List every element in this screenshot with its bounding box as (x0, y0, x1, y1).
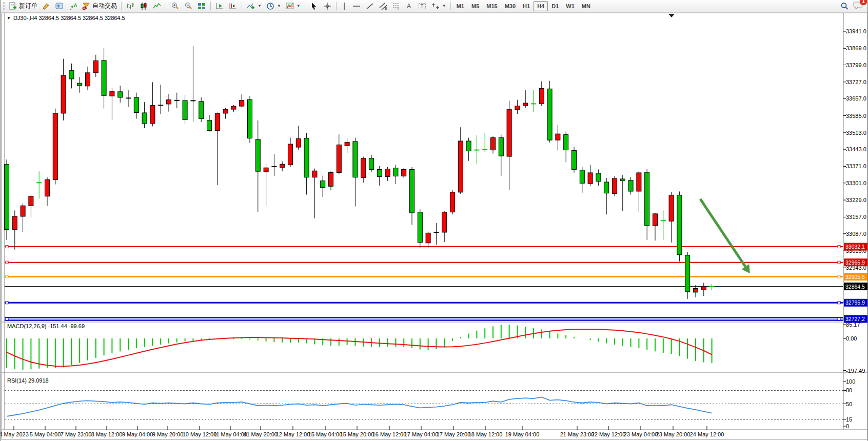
price-tick-label: 33371.0 (846, 163, 866, 169)
candle-body (142, 113, 147, 124)
candle-body (458, 141, 463, 192)
candle-body (93, 61, 98, 73)
auto-trading-label: 自动交易 (92, 2, 117, 10)
line-handle[interactable] (838, 302, 840, 304)
search-icon[interactable] (840, 2, 849, 11)
notifications-button[interactable]: 1 (853, 1, 863, 12)
signals-button[interactable] (66, 1, 80, 11)
time-axis-label: 21 May 23:00 (560, 431, 595, 437)
template-icon (285, 2, 294, 11)
candle-body (677, 195, 682, 254)
line-handle[interactable] (838, 261, 840, 264)
candle-body (77, 83, 82, 86)
chart-shift-button[interactable] (226, 1, 240, 11)
line-handle[interactable] (6, 275, 8, 278)
trendline-tool-button[interactable] (363, 1, 377, 11)
timeframe-m5-button[interactable]: M5 (468, 1, 483, 11)
candle-body (296, 138, 301, 147)
candle-body (215, 113, 220, 131)
timeframe-m30-button[interactable]: M30 (501, 1, 519, 11)
price-tick-label: 33443.0 (846, 146, 866, 152)
new-order-button[interactable]: 新订单 (6, 1, 40, 11)
candle-body (280, 164, 285, 167)
vertical-line-tool-button[interactable] (339, 1, 350, 11)
candle-body (61, 75, 66, 113)
svg-text:E: E (385, 7, 387, 10)
line-handle[interactable] (6, 261, 8, 264)
timeframe-m1-button[interactable]: M1 (453, 1, 468, 11)
svg-text:T: T (420, 3, 423, 9)
candle-body (450, 192, 455, 212)
chart-area[interactable]: 33941.033869.033799.033727.033657.033585… (1, 12, 868, 441)
bar-chart-mode-button[interactable] (124, 1, 137, 11)
line-handle[interactable] (6, 318, 8, 320)
arrows-tool-button[interactable]: ▼ (429, 1, 448, 11)
time-axis-label: 10 May 12:00 (183, 431, 217, 437)
line-handle[interactable] (838, 318, 840, 320)
line-handle[interactable] (838, 275, 840, 278)
time-axis-label: 8 May 12:00 (91, 431, 123, 437)
price-tick-label: 33301.0 (846, 180, 866, 186)
candle-body (637, 173, 641, 191)
templates-button[interactable]: ▼ (283, 1, 303, 11)
line-chart-mode-button[interactable] (150, 1, 164, 11)
zoom-out-button[interactable] (182, 1, 195, 11)
channel-tool-button[interactable]: E (377, 1, 390, 11)
toolbar-separator (242, 2, 242, 10)
auto-scroll-button[interactable] (213, 1, 226, 11)
candle-body (466, 141, 471, 151)
candle-body (248, 99, 252, 138)
rsi-axis-label: 0 (846, 423, 849, 429)
zoom-in-button[interactable] (168, 1, 182, 11)
line-handle[interactable] (6, 302, 8, 304)
candle-body (604, 182, 609, 193)
periods-button[interactable]: ▼ (264, 1, 283, 11)
candle-body (385, 169, 390, 177)
chart-title-collapse-icon[interactable]: ▼ (7, 16, 11, 21)
candlestick-mode-button[interactable] (137, 1, 150, 11)
cursor-icon (309, 2, 319, 11)
time-axis-label: 4 May 2023 (1, 431, 29, 437)
fibonacci-tool-button[interactable]: F (390, 1, 403, 11)
styler-button[interactable] (40, 1, 53, 11)
price-chart-svg[interactable]: 33941.033869.033799.033727.033657.033585… (1, 12, 868, 441)
time-axis-label: 9 May 20:00 (152, 431, 184, 437)
candle-body (264, 168, 268, 172)
chart-title: ▼ DJ30-,H4 32864.5 32864.5 32864.5 32864… (7, 15, 125, 21)
text-tool-button[interactable]: A (403, 1, 416, 11)
price-tick-label: 33157.0 (846, 214, 866, 220)
line-price-label-text: 32905.5 (845, 274, 865, 280)
candle-body (669, 195, 674, 221)
horizontal-line-icon (352, 2, 361, 11)
candle-body (312, 171, 317, 177)
timeframe-m15-button[interactable]: M15 (483, 1, 501, 11)
text-label-tool-button[interactable]: T (416, 1, 429, 11)
horizontal-line-tool-button[interactable] (350, 1, 363, 11)
toolbar-separator (210, 2, 211, 10)
timeframe-h4-button[interactable]: H4 (534, 1, 548, 11)
cursor-tool-button[interactable] (307, 1, 321, 11)
trading-terminal-window: 新订单 (0, 0, 868, 441)
auto-trading-button[interactable]: 自动交易 (80, 1, 119, 11)
candle-body (255, 139, 260, 171)
timeframe-mn-button[interactable]: MN (578, 1, 594, 11)
candle-body (393, 168, 398, 176)
candle-body (588, 173, 593, 184)
candle-body (418, 212, 422, 243)
line-handle[interactable] (838, 246, 840, 248)
candle-body (134, 97, 139, 113)
candle-body (515, 106, 520, 110)
timeframe-d1-button[interactable]: D1 (548, 1, 562, 11)
line-handle[interactable] (6, 246, 8, 248)
time-axis-label: 23 May 20:00 (656, 431, 691, 437)
crosshair-tool-button[interactable] (321, 1, 334, 11)
timeframe-w1-button[interactable]: W1 (562, 1, 578, 11)
timeframe-h1-button[interactable]: H1 (519, 1, 534, 11)
line-price-label-text: 32795.9 (845, 299, 865, 306)
tile-windows-button[interactable] (195, 1, 208, 11)
metaeditor-button[interactable] (53, 1, 66, 11)
candle-body (369, 158, 374, 170)
indicators-button[interactable]: ▼ (244, 1, 264, 11)
time-axis-label: 23 May 04:00 (624, 431, 658, 437)
equidistant-channel-icon: E (379, 2, 388, 11)
